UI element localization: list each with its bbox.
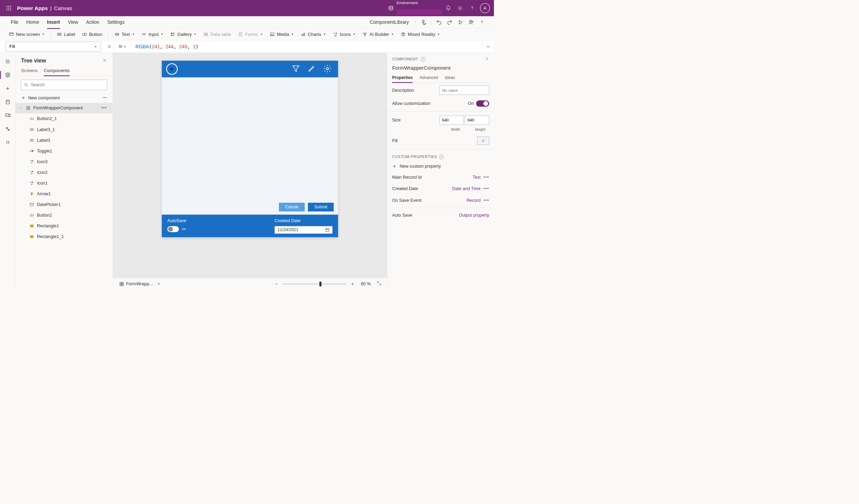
menu-settings[interactable]: Settings xyxy=(103,18,128,26)
fill-swatch[interactable] xyxy=(477,137,489,145)
tree-item[interactable]: +Icon1 xyxy=(16,178,113,188)
menu-home[interactable]: Home xyxy=(22,18,43,26)
charts-button[interactable]: Charts▼ xyxy=(298,30,329,38)
app-launcher-icon[interactable] xyxy=(4,6,14,11)
menu-view[interactable]: View xyxy=(64,18,82,26)
formula-input[interactable]: RGBA(241, 244, 249, 1) xyxy=(132,44,482,49)
info-icon[interactable]: ? xyxy=(421,57,425,62)
tab-properties[interactable]: Properties xyxy=(392,73,413,82)
undo-icon[interactable] xyxy=(434,18,444,26)
submit-button[interactable]: Submit xyxy=(308,203,334,211)
new-screen-button[interactable]: New screen▼ xyxy=(6,30,47,38)
filter-icon[interactable] xyxy=(290,65,302,73)
label-button[interactable]: Label xyxy=(54,30,78,38)
width-input[interactable] xyxy=(440,116,464,125)
notifications-icon[interactable] xyxy=(442,2,454,14)
tree-item[interactable]: Toggle1 xyxy=(16,146,113,156)
tree-panel: Tree view Screens Components New compone… xyxy=(16,53,113,290)
zoom-slider[interactable] xyxy=(283,284,346,284)
new-custom-property-button[interactable]: New custom property xyxy=(387,161,494,171)
tree-item[interactable]: Button2_1 xyxy=(16,113,113,124)
tree-item[interactable]: Label3_1 xyxy=(16,124,113,135)
tree-item[interactable]: Rectangle1_1 xyxy=(16,231,113,242)
fx-label[interactable]: fx▼ xyxy=(114,40,132,52)
gear-icon[interactable] xyxy=(321,64,334,74)
new-component-more[interactable]: ••• xyxy=(103,96,107,99)
tab-ideas[interactable]: Ideas xyxy=(445,73,455,82)
created-date-input[interactable]: 11/24/2021 xyxy=(274,226,332,234)
custom-prop-row[interactable]: Auto Save Output property xyxy=(387,209,494,221)
allow-customization-toggle[interactable]: On xyxy=(468,100,489,107)
tree-root-item[interactable]: FormWrapperComponent ••• xyxy=(16,103,113,113)
info-icon[interactable]: ? xyxy=(439,155,444,159)
tree-item[interactable]: Arrow1 xyxy=(16,188,113,199)
edit-icon[interactable] xyxy=(306,65,318,73)
zoom-out-button[interactable]: − xyxy=(273,281,280,287)
play-icon[interactable] xyxy=(455,18,466,26)
tree-item[interactable]: +Icon3 xyxy=(16,156,113,167)
custom-prop-row[interactable]: Created Date Date and Time••• xyxy=(387,183,494,195)
autosave-toggle[interactable]: On xyxy=(167,226,186,232)
environment-picker[interactable]: Environment xyxy=(388,3,443,13)
gallery-button[interactable]: Gallery▼ xyxy=(167,30,199,38)
tree-item[interactable]: Label3 xyxy=(16,135,113,146)
tab-screens[interactable]: Screens xyxy=(21,66,38,76)
share-icon[interactable] xyxy=(466,18,476,26)
redo-icon[interactable] xyxy=(444,18,455,26)
property-selector[interactable]: Fill▼ xyxy=(6,41,101,51)
menubar: File Home Insert View Action Settings Co… xyxy=(0,16,494,28)
data-icon[interactable] xyxy=(2,97,13,107)
help-menubar-icon[interactable] xyxy=(476,18,487,26)
tab-advanced[interactable]: Advanced xyxy=(419,73,438,82)
tree-item[interactable]: Button2 xyxy=(16,210,113,220)
icons-button[interactable]: +Icons▼ xyxy=(330,30,358,38)
help-icon[interactable] xyxy=(466,2,478,14)
chevron-right-icon[interactable] xyxy=(484,56,489,62)
back-button[interactable] xyxy=(166,63,177,75)
more-icon[interactable]: ••• xyxy=(483,186,489,191)
svg-point-2 xyxy=(10,6,11,7)
status-selector[interactable]: FormWrapp… ▼ xyxy=(117,280,162,288)
fullscreen-icon[interactable] xyxy=(376,281,383,287)
tab-components[interactable]: Components xyxy=(44,66,70,76)
formula-expand-button[interactable] xyxy=(482,40,494,52)
zoom-in-button[interactable]: + xyxy=(349,281,356,287)
custom-prop-row[interactable]: On Save Event Record••• xyxy=(387,195,494,206)
health-check-icon[interactable] xyxy=(418,18,428,26)
tree-item[interactable]: +Icon2 xyxy=(16,167,113,178)
tree-item[interactable]: DatePicker1 xyxy=(16,199,113,210)
tree-search-input[interactable] xyxy=(21,80,107,90)
forms-icon xyxy=(238,32,243,37)
ai-builder-button[interactable]: AI Builder▼ xyxy=(359,30,397,38)
input-button[interactable]: Input▼ xyxy=(138,30,166,38)
advanced-tools-icon[interactable] xyxy=(2,124,13,134)
button-button[interactable]: Button xyxy=(79,30,105,38)
menu-action[interactable]: Action xyxy=(82,18,103,26)
tree-item[interactable]: Rectangle1 xyxy=(16,220,113,231)
menu-file[interactable]: File xyxy=(7,18,22,26)
close-icon[interactable] xyxy=(102,58,107,63)
component-surface[interactable]: Cancel Submit AutoSave On xyxy=(162,61,338,237)
tree-view-icon[interactable] xyxy=(2,70,13,80)
avatar[interactable]: A xyxy=(480,3,490,13)
mixed-reality-button[interactable]: Mixed Reality▼ xyxy=(398,30,443,38)
hamburger-icon[interactable] xyxy=(2,56,13,67)
more-icon[interactable]: ••• xyxy=(483,198,489,203)
created-date-label: Created Date xyxy=(274,218,332,224)
test-icon[interactable] xyxy=(2,137,13,148)
insert-icon[interactable] xyxy=(2,83,13,94)
cancel-button[interactable]: Cancel xyxy=(279,203,305,211)
more-icon[interactable]: ••• xyxy=(483,175,489,180)
description-input[interactable] xyxy=(440,86,489,95)
settings-icon[interactable] xyxy=(454,2,466,14)
component-library-link[interactable]: ComponentLibrary xyxy=(366,19,413,25)
media-button[interactable]: Media▼ xyxy=(267,30,297,38)
tree-item-more[interactable]: ••• xyxy=(101,106,107,111)
custom-prop-row[interactable]: Main Record Id Text••• xyxy=(387,171,494,183)
height-input[interactable] xyxy=(465,116,489,125)
new-component-button[interactable]: New component xyxy=(21,95,60,100)
text-button[interactable]: AbcText▼ xyxy=(112,30,137,38)
svg-rect-39 xyxy=(6,114,9,116)
media-rail-icon[interactable] xyxy=(2,110,13,121)
menu-insert[interactable]: Insert xyxy=(43,18,64,26)
